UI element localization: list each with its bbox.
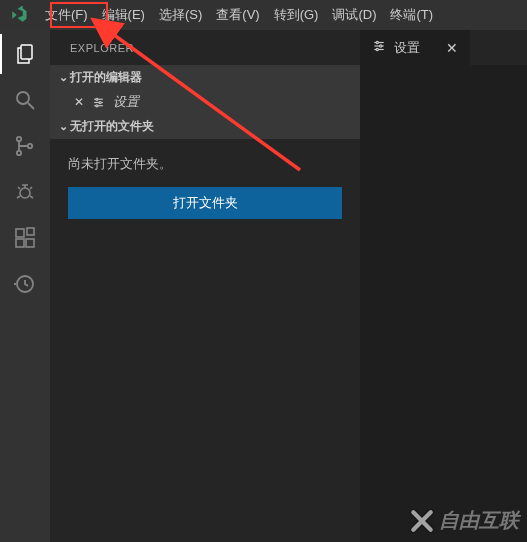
close-icon[interactable]: ✕: [74, 95, 84, 109]
tab-settings[interactable]: 设置 ✕: [360, 30, 470, 65]
menu-terminal[interactable]: 终端(T): [383, 0, 440, 30]
watermark-text: 自由互联: [439, 507, 519, 534]
svg-point-16: [99, 101, 101, 103]
svg-point-21: [376, 41, 378, 43]
menu-goto[interactable]: 转到(G): [267, 0, 326, 30]
svg-rect-0: [21, 45, 32, 59]
activity-debug-icon[interactable]: [11, 178, 39, 206]
open-editor-item-label: 设置: [113, 93, 139, 111]
svg-point-22: [380, 45, 382, 47]
chevron-down-icon: ⌄: [56, 71, 70, 84]
settings-file-icon: [92, 96, 105, 109]
app-logo-icon: [8, 4, 30, 26]
settings-tab-icon: [372, 39, 386, 56]
tab-close-icon[interactable]: ✕: [446, 40, 458, 56]
no-folder-message: 尚未打开文件夹。: [68, 155, 342, 173]
svg-point-17: [96, 104, 98, 106]
activity-bar: [0, 30, 50, 542]
activity-search-icon[interactable]: [11, 86, 39, 114]
explorer-title: EXPLORER: [50, 30, 360, 65]
menubar: 文件(F) 编辑(E) 选择(S) 查看(V) 转到(G) 调试(D) 终端(T…: [0, 0, 527, 30]
menu-edit-label: 编辑(E): [102, 6, 145, 24]
watermark: 自由互联: [409, 507, 519, 534]
tab-settings-label: 设置: [394, 39, 420, 57]
open-editors-label: 打开的编辑器: [70, 69, 142, 86]
svg-point-5: [28, 144, 32, 148]
open-folder-button[interactable]: 打开文件夹: [68, 187, 342, 219]
svg-rect-10: [27, 228, 34, 235]
menu-view-label: 查看(V): [216, 6, 259, 24]
svg-point-4: [17, 151, 21, 155]
no-folder-header[interactable]: ⌄ 无打开的文件夹: [50, 114, 360, 139]
menu-file[interactable]: 文件(F): [38, 0, 95, 30]
menu-view[interactable]: 查看(V): [209, 0, 266, 30]
svg-point-6: [20, 188, 30, 198]
menu-goto-label: 转到(G): [274, 6, 319, 24]
menu-terminal-label: 终端(T): [390, 6, 433, 24]
activity-git-icon[interactable]: [11, 132, 39, 160]
activity-history-icon[interactable]: [11, 270, 39, 298]
explorer-sidebar: EXPLORER ⌄ 打开的编辑器 ✕ 设置 ⌄ 无打开的文件夹 尚未打开文件夹…: [50, 30, 360, 542]
svg-rect-7: [16, 229, 24, 237]
svg-rect-8: [16, 239, 24, 247]
svg-point-1: [17, 92, 29, 104]
svg-line-2: [28, 103, 34, 109]
menu-select[interactable]: 选择(S): [152, 0, 209, 30]
activity-extensions-icon[interactable]: [11, 224, 39, 252]
editor-tabbar: 设置 ✕: [360, 30, 527, 65]
menu-debug-label: 调试(D): [332, 6, 376, 24]
chevron-down-icon: ⌄: [56, 120, 70, 133]
menu-file-label: 文件(F): [45, 6, 88, 24]
open-editors-header[interactable]: ⌄ 打开的编辑器: [50, 65, 360, 90]
no-folder-panel: 尚未打开文件夹。 打开文件夹: [50, 139, 360, 235]
menu-edit[interactable]: 编辑(E): [95, 0, 152, 30]
svg-point-3: [17, 137, 21, 141]
no-folder-label: 无打开的文件夹: [70, 118, 154, 135]
open-editor-item[interactable]: ✕ 设置: [50, 90, 360, 114]
menu-debug[interactable]: 调试(D): [325, 0, 383, 30]
svg-rect-9: [26, 239, 34, 247]
svg-point-23: [376, 48, 378, 50]
svg-point-15: [96, 98, 98, 100]
activity-explorer-icon[interactable]: [11, 40, 39, 68]
editor-area: 设置 ✕: [360, 30, 527, 542]
menu-select-label: 选择(S): [159, 6, 202, 24]
open-editors-section: ⌄ 打开的编辑器 ✕ 设置 ⌄ 无打开的文件夹: [50, 65, 360, 139]
